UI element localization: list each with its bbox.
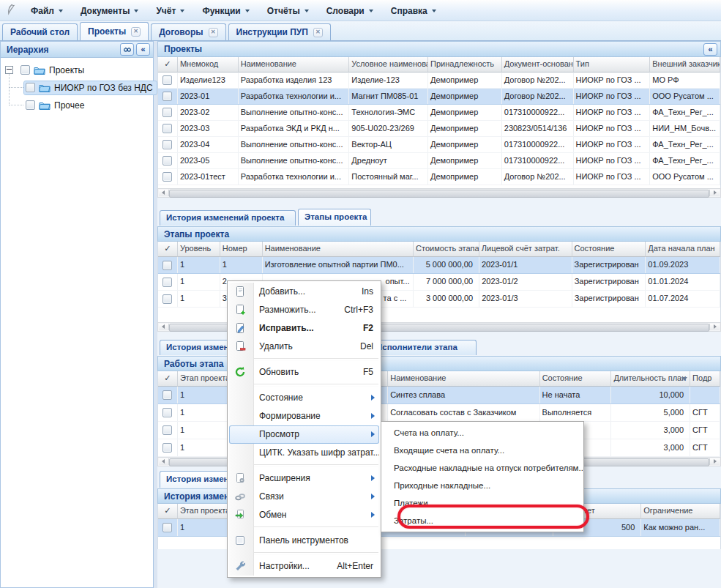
menu-item[interactable]: ЦИТК. Указать шифр затрат... xyxy=(229,444,379,462)
checkbox[interactable] xyxy=(162,278,172,287)
row-select-cell[interactable] xyxy=(158,257,178,273)
checkbox[interactable] xyxy=(162,172,172,182)
close-icon[interactable]: ✕ xyxy=(209,28,218,37)
column-header[interactable]: Тип xyxy=(574,57,651,72)
column-header[interactable]: Условное наименова xyxy=(349,57,428,72)
row-select-cell[interactable] xyxy=(158,169,178,185)
scroll-right-arrow[interactable] xyxy=(709,190,720,196)
menu-item[interactable]: Alt+EnterНастройки... xyxy=(229,557,379,576)
column-header[interactable]: Принадлежность xyxy=(428,57,502,72)
menu-item[interactable]: Формирование xyxy=(229,407,379,425)
column-header[interactable]: Номер xyxy=(220,242,263,257)
scroll-left-arrow[interactable] xyxy=(159,190,169,196)
row-select-cell[interactable] xyxy=(158,519,178,536)
checkbox[interactable] xyxy=(162,523,172,532)
menu-item[interactable]: F5Обновить xyxy=(229,363,379,382)
row-select-cell[interactable] xyxy=(158,439,178,456)
main-tab[interactable]: Проекты✕ xyxy=(80,22,149,40)
checkbox[interactable] xyxy=(162,294,172,304)
close-icon[interactable]: ✕ xyxy=(131,27,141,37)
menu-item[interactable]: DelУдалить xyxy=(229,338,379,356)
table-row[interactable]: 2023-05Выполнение опытно-конс...Дредноут… xyxy=(158,153,720,169)
column-header[interactable]: ✓ xyxy=(158,57,178,72)
checkbox[interactable] xyxy=(162,140,172,149)
column-header[interactable]: Дата начала план xyxy=(646,242,720,257)
tab[interactable]: Исполнители этапа xyxy=(370,340,477,355)
menubar-item[interactable]: Справка xyxy=(382,3,445,19)
row-select-cell[interactable] xyxy=(158,153,178,168)
menubar-item[interactable]: Файл xyxy=(22,3,72,19)
column-header[interactable]: Длительность план xyxy=(611,371,690,387)
column-header[interactable]: Наименование xyxy=(263,242,414,257)
main-tab[interactable]: Рабочий стол xyxy=(2,23,78,40)
horizontal-scrollbar[interactable] xyxy=(157,188,721,198)
menu-item[interactable]: Обмен xyxy=(229,506,379,524)
menu-item[interactable]: Панель инструментов xyxy=(229,532,379,550)
column-header[interactable]: Стоимость этапа xyxy=(414,242,479,257)
scroll-right-arrow[interactable] xyxy=(709,458,720,465)
checkbox[interactable] xyxy=(26,100,35,110)
submenu-item[interactable]: Входящие счета на оплату... xyxy=(382,442,583,459)
tab[interactable]: Этапы проекта xyxy=(298,209,371,226)
scroll-left-arrow[interactable] xyxy=(159,324,169,330)
checkbox[interactable] xyxy=(162,390,172,400)
table-row[interactable]: 2023-02Выполнение опытно-конс...Технолог… xyxy=(158,105,720,121)
tree-item[interactable]: НИОКР по ГОЗ без НДС xyxy=(1,79,152,96)
column-header[interactable]: Мнемокод xyxy=(178,57,239,72)
checkbox[interactable] xyxy=(162,261,172,270)
collapse-icon[interactable]: « xyxy=(136,43,150,56)
menubar-item[interactable]: Учёт xyxy=(147,3,193,19)
menu-item[interactable]: InsДобавить... xyxy=(229,283,379,301)
row-select-cell[interactable] xyxy=(158,105,178,120)
row-select-cell[interactable] xyxy=(158,387,178,403)
row-select-cell[interactable] xyxy=(158,72,178,88)
find-icon[interactable] xyxy=(120,43,134,56)
menubar-item[interactable]: Отчёты xyxy=(258,3,318,19)
row-select-cell[interactable] xyxy=(158,404,178,421)
scroll-thumb[interactable] xyxy=(169,190,709,198)
tree-item[interactable]: Проекты xyxy=(1,62,152,78)
table-row[interactable]: 2023-01тестРазработка технологии и...Пос… xyxy=(158,169,720,185)
close-icon[interactable]: ✕ xyxy=(313,28,323,37)
tab[interactable]: История изменений проекта xyxy=(160,210,296,226)
column-header[interactable]: Состояние xyxy=(572,242,646,257)
table-row[interactable]: 2023-04Выполнение опытно-конс...Вектор-А… xyxy=(158,137,720,153)
menu-item[interactable]: Просмотр xyxy=(229,425,379,444)
column-header[interactable]: Состояние xyxy=(540,371,612,387)
tree-item[interactable]: Прочее xyxy=(1,97,152,113)
column-header[interactable]: Внешний заказчик xyxy=(650,57,720,72)
menubar-item[interactable]: Словари xyxy=(318,3,382,19)
checkbox[interactable] xyxy=(162,408,172,417)
checkbox[interactable] xyxy=(162,124,172,133)
column-header[interactable]: ✓ xyxy=(158,371,178,387)
main-tab[interactable]: Договоры✕ xyxy=(151,23,225,40)
table-row[interactable]: 11Изготовление опытной партии ПМ0...5 00… xyxy=(158,257,720,274)
menu-item[interactable]: Ctrl+F3Размножить... xyxy=(229,301,379,319)
column-header[interactable]: Уровень xyxy=(178,242,220,257)
checkbox[interactable] xyxy=(162,108,172,117)
column-header[interactable]: Подр xyxy=(690,371,720,387)
table-row[interactable]: 2023-03Разработка ЭКД и РКД н...905-U020… xyxy=(158,121,720,137)
column-header[interactable]: ✓ xyxy=(158,242,178,257)
submenu-item[interactable]: Расходные накладные на отпуск потребител… xyxy=(382,459,583,477)
row-select-cell[interactable] xyxy=(158,291,178,307)
menu-item[interactable]: Связи xyxy=(229,488,379,506)
column-header[interactable]: Ограничение xyxy=(641,504,720,519)
checkbox[interactable] xyxy=(162,156,172,165)
checkbox[interactable] xyxy=(162,425,172,435)
main-tab[interactable]: Инструкции ПУП✕ xyxy=(228,23,331,40)
column-header[interactable]: Наименование xyxy=(239,57,350,72)
row-select-cell[interactable] xyxy=(158,274,178,290)
scroll-right-arrow[interactable] xyxy=(709,324,720,330)
checkbox[interactable] xyxy=(26,83,35,92)
submenu-item[interactable]: Приходные накладные... xyxy=(382,477,583,494)
row-select-cell[interactable] xyxy=(158,121,178,136)
checkbox[interactable] xyxy=(162,75,172,85)
column-header[interactable]: Документ-основан xyxy=(502,57,574,72)
checkbox[interactable] xyxy=(162,92,172,101)
menu-item[interactable]: Состояние xyxy=(229,389,379,407)
row-select-cell[interactable] xyxy=(158,89,178,104)
row-select-cell[interactable] xyxy=(158,137,178,152)
column-header[interactable]: Наименование xyxy=(388,371,539,387)
checkbox[interactable] xyxy=(20,65,30,75)
